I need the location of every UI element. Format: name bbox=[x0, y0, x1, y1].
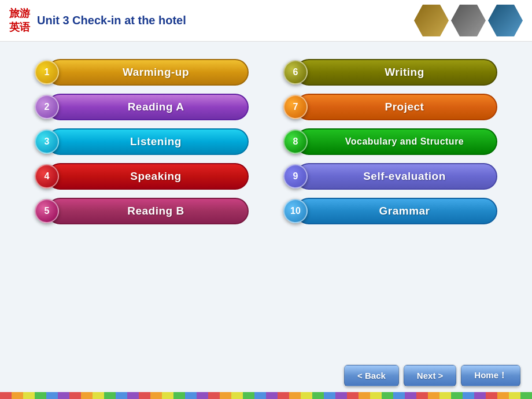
reading-b-button[interactable]: 5 Reading B bbox=[35, 198, 249, 224]
btn-2-number: 2 bbox=[35, 95, 59, 119]
next-button[interactable]: Next > bbox=[404, 365, 456, 386]
btn-1-label: Warming-up bbox=[47, 59, 249, 86]
btn-4-label: Speaking bbox=[47, 163, 249, 190]
vocabulary-structure-button[interactable]: 8 Vocabulary and Structure bbox=[283, 128, 497, 155]
header-image-1 bbox=[414, 5, 449, 36]
header-image-2 bbox=[451, 5, 486, 36]
speaking-button[interactable]: 4 Speaking bbox=[35, 163, 249, 190]
self-evaluation-button[interactable]: 9 Self-evaluation bbox=[283, 163, 497, 190]
header-image-3 bbox=[488, 5, 523, 36]
btn-6-number: 6 bbox=[283, 60, 308, 84]
btn-5-label: Reading B bbox=[47, 198, 249, 224]
menu-column-2: 6 Writing 7 Project 8 Vocabulary and Str… bbox=[283, 59, 497, 224]
btn-9-label: Self-evaluation bbox=[295, 163, 497, 190]
header-left: 旅游英语 Unit 3 Check-in at the hotel bbox=[9, 7, 186, 34]
btn-1-number: 1 bbox=[35, 60, 59, 84]
page-title: Unit 3 Check-in at the hotel bbox=[37, 14, 186, 27]
header: 旅游英语 Unit 3 Check-in at the hotel bbox=[0, 0, 532, 42]
btn-8-number: 8 bbox=[283, 130, 308, 154]
footer-stripe bbox=[0, 392, 532, 399]
btn-3-number: 3 bbox=[35, 130, 59, 154]
grammar-button[interactable]: 10 Grammar bbox=[283, 198, 497, 224]
btn-4-number: 4 bbox=[35, 164, 59, 189]
nav-buttons: < Back Next > Home！ bbox=[0, 359, 532, 392]
btn-6-label: Writing bbox=[295, 59, 497, 86]
listening-button[interactable]: 3 Listening bbox=[35, 128, 249, 155]
back-button[interactable]: < Back bbox=[344, 365, 399, 386]
warming-up-button[interactable]: 1 Warming-up bbox=[35, 59, 249, 86]
btn-7-number: 7 bbox=[283, 95, 308, 119]
btn-3-label: Listening bbox=[47, 128, 249, 155]
btn-10-label: Grammar bbox=[295, 198, 497, 224]
menu-column-1: 1 Warming-up 2 Reading A 3 Listening 4 S… bbox=[35, 59, 249, 224]
main-content: 1 Warming-up 2 Reading A 3 Listening 4 S… bbox=[0, 42, 532, 242]
btn-7-label: Project bbox=[295, 94, 497, 120]
btn-5-number: 5 bbox=[35, 199, 59, 223]
footer: < Back Next > Home！ bbox=[0, 359, 532, 399]
btn-10-number: 10 bbox=[283, 199, 308, 223]
btn-9-number: 9 bbox=[283, 164, 308, 189]
btn-8-label: Vocabulary and Structure bbox=[295, 128, 497, 155]
reading-a-button[interactable]: 2 Reading A bbox=[35, 94, 249, 120]
btn-2-label: Reading A bbox=[47, 94, 249, 120]
writing-button[interactable]: 6 Writing bbox=[283, 59, 497, 86]
home-button[interactable]: Home！ bbox=[461, 365, 520, 386]
logo: 旅游英语 bbox=[9, 7, 30, 34]
project-button[interactable]: 7 Project bbox=[283, 94, 497, 120]
header-images bbox=[414, 5, 523, 36]
